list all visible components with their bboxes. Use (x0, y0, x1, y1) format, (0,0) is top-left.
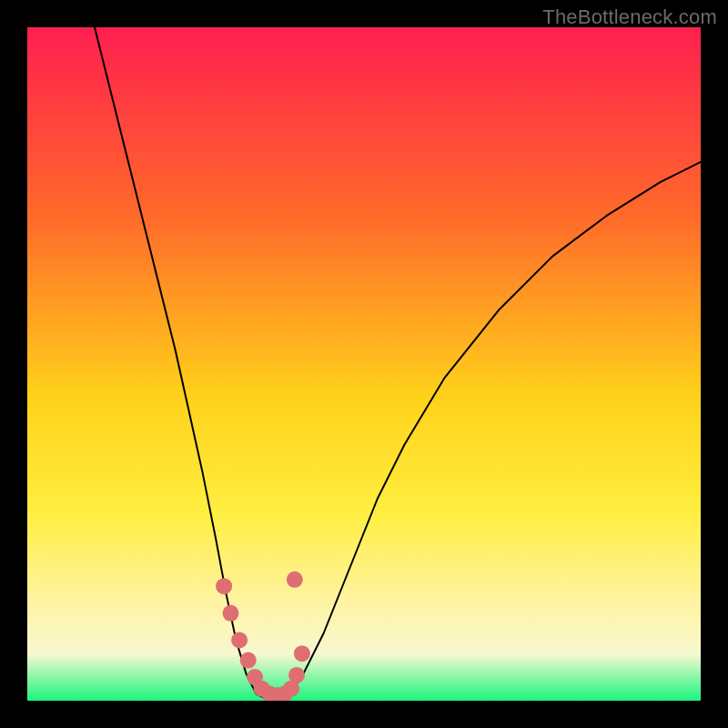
watermark-text: TheBottleneck.com (542, 5, 717, 29)
highlight-dot (216, 578, 232, 594)
chart-frame: TheBottleneck.com (0, 0, 728, 728)
plot-area (27, 27, 701, 701)
highlight-dot (288, 667, 305, 683)
highlight-dot (223, 605, 239, 622)
highlight-dot (231, 632, 248, 648)
gradient-backdrop (27, 27, 701, 701)
highlight-dot (294, 645, 310, 662)
highlight-dot (240, 652, 257, 669)
highlight-dot (287, 571, 303, 588)
chart-svg (27, 27, 701, 701)
